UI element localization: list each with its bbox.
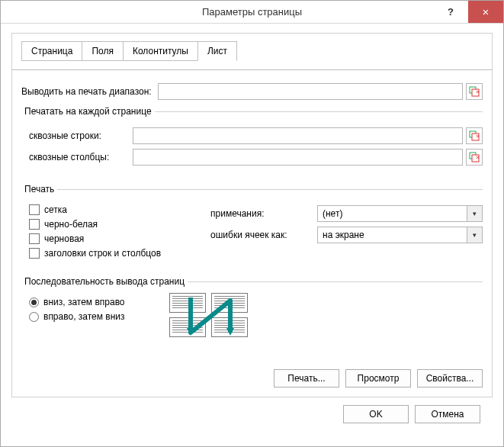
gridlines-checkbox[interactable] bbox=[29, 204, 40, 215]
draft-label: черновая bbox=[44, 233, 84, 244]
svg-rect-5 bbox=[472, 155, 479, 162]
rows-input[interactable] bbox=[133, 127, 463, 144]
right-then-down-label: вправо, затем вниз bbox=[43, 311, 125, 322]
right-then-down-radio[interactable] bbox=[29, 312, 39, 322]
page-order-group: Последовательность вывода страниц вниз, … bbox=[21, 276, 483, 348]
bw-label: черно-белая bbox=[44, 219, 98, 230]
cols-label: сквозные столбцы: bbox=[29, 152, 127, 162]
print-button[interactable]: Печать... bbox=[274, 369, 339, 388]
print-area-ref-button[interactable] bbox=[466, 83, 483, 100]
comments-label: примечания: bbox=[210, 208, 317, 219]
tab-strip: Страница Поля Колонтитулы Лист bbox=[21, 41, 483, 61]
cols-input[interactable] bbox=[133, 149, 463, 166]
rows-ref-button[interactable] bbox=[466, 127, 483, 144]
panel-buttons: Печать... Просмотр Свойства... bbox=[21, 369, 483, 388]
comments-dropdown[interactable]: (нет) ▾ bbox=[317, 205, 483, 222]
errors-value: на экране bbox=[318, 230, 467, 240]
print-group: Печать сетка черно-белая чер bbox=[21, 184, 483, 270]
bw-checkbox[interactable] bbox=[29, 219, 40, 230]
cancel-button[interactable]: Отмена bbox=[415, 405, 480, 423]
comments-value: (нет) bbox=[318, 208, 467, 219]
tab-headers[interactable]: Колонтитулы bbox=[123, 41, 198, 61]
titles-group: Печатать на каждой странице сквозные стр… bbox=[21, 106, 483, 178]
collapse-dialog-icon bbox=[469, 130, 480, 141]
gridlines-label: сетка bbox=[44, 204, 67, 215]
chevron-down-icon: ▾ bbox=[467, 206, 482, 221]
dialog-buttons: OK Отмена bbox=[11, 397, 493, 423]
collapse-dialog-icon bbox=[469, 152, 480, 162]
tab-page[interactable]: Страница bbox=[21, 41, 82, 61]
print-area-input[interactable] bbox=[158, 83, 463, 100]
dialog-title: Параметры страницы bbox=[1, 6, 503, 18]
page-order-legend: Последовательность вывода страниц bbox=[21, 276, 188, 287]
draft-checkbox-row[interactable]: черновая bbox=[29, 233, 197, 244]
tab-sheet[interactable]: Лист bbox=[197, 41, 237, 61]
rows-label: сквозные строки: bbox=[29, 130, 127, 141]
tab-fields[interactable]: Поля bbox=[82, 41, 124, 61]
ok-button[interactable]: OK bbox=[343, 405, 409, 423]
preview-button[interactable]: Просмотр bbox=[345, 369, 411, 388]
errors-label: ошибки ячеек как: bbox=[210, 230, 317, 240]
page-setup-dialog: Параметры страницы ? × Страница Поля Кол… bbox=[0, 0, 504, 447]
right-then-down-radio-row[interactable]: вправо, затем вниз bbox=[29, 311, 159, 322]
draft-checkbox[interactable] bbox=[29, 233, 40, 244]
bw-checkbox-row[interactable]: черно-белая bbox=[29, 219, 197, 230]
svg-rect-3 bbox=[472, 133, 479, 140]
svg-rect-1 bbox=[472, 89, 479, 96]
titlebar: Параметры страницы ? × bbox=[1, 1, 503, 24]
headings-checkbox[interactable] bbox=[29, 248, 40, 259]
headings-checkbox-row[interactable]: заголовки строк и столбцов bbox=[29, 248, 197, 259]
down-then-right-radio-row[interactable]: вниз, затем вправо bbox=[29, 297, 159, 307]
titles-legend: Печатать на каждой странице bbox=[21, 106, 155, 117]
errors-dropdown[interactable]: на экране ▾ bbox=[317, 227, 483, 243]
print-area-label: Выводить на печать диапазон: bbox=[21, 86, 152, 97]
down-then-right-label: вниз, затем вправо bbox=[43, 297, 125, 307]
gridlines-checkbox-row[interactable]: сетка bbox=[29, 204, 197, 215]
headings-label: заголовки строк и столбцов bbox=[44, 248, 161, 259]
chevron-down-icon: ▾ bbox=[467, 227, 482, 243]
print-legend: Печать bbox=[21, 184, 57, 195]
cols-ref-button[interactable] bbox=[466, 149, 483, 166]
print-area-row: Выводить на печать диапазон: bbox=[21, 83, 483, 100]
properties-button[interactable]: Свойства... bbox=[417, 369, 483, 388]
page-order-preview bbox=[169, 293, 253, 340]
down-then-right-radio[interactable] bbox=[29, 297, 39, 307]
collapse-dialog-icon bbox=[469, 86, 480, 97]
